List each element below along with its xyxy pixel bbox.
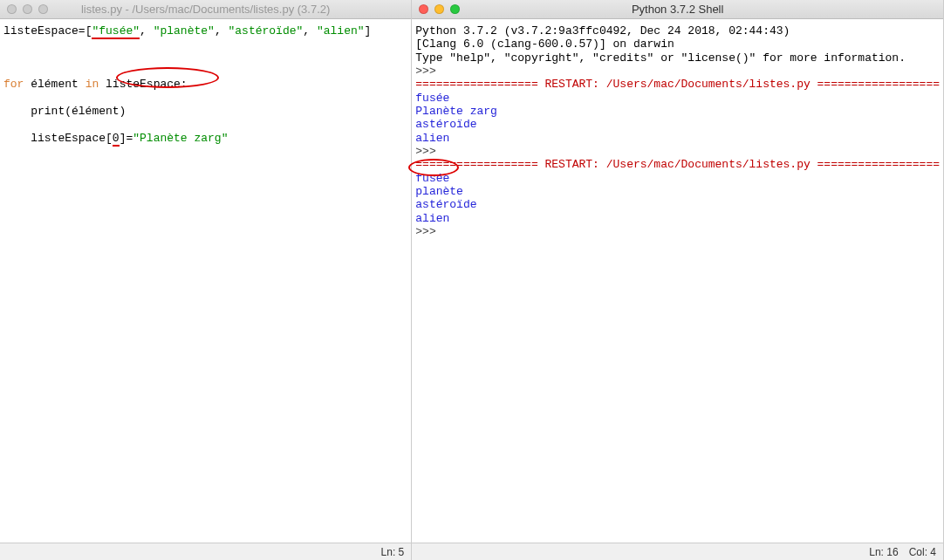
shell-title: Python 3.7.2 Shell [419, 3, 936, 16]
shell-output-line: alien [415, 212, 449, 225]
code-string: "Planète zarg" [133, 132, 228, 145]
code-token: , [140, 24, 154, 38]
shell-line: Type "help", "copyright", "credits" or "… [415, 51, 906, 65]
shell-output-line: fusée [415, 172, 449, 185]
shell-prompt: >>> [415, 145, 442, 158]
code-token: listeEspace[ [3, 132, 113, 145]
editor-title: listes.py - /Users/mac/Documents/listes.… [7, 3, 404, 16]
minimize-icon[interactable] [434, 4, 444, 14]
code-token: listeEspace [3, 24, 79, 38]
code-token: ] [365, 24, 372, 38]
shell-restart: ================== [811, 158, 940, 171]
code-token: élément [24, 78, 85, 91]
code-token: , [215, 24, 229, 38]
shell-output[interactable]: Python 3.7.2 (v3.7.2:9a3ffc0492, Dec 24 … [412, 19, 943, 543]
shell-line: Python 3.7.2 (v3.7.2:9a3ffc0492, Dec 24 … [415, 24, 790, 38]
shell-output-line: planète [415, 185, 463, 198]
ln-indicator: Ln: 5 [381, 546, 405, 558]
shell-restart: RESTART: /Users/mac/Documents/listes.py [545, 158, 811, 171]
code-keyword: for [3, 78, 24, 91]
shell-restart: ================== [415, 158, 544, 171]
code-string: "planète" [154, 24, 215, 38]
shell-prompt: >>> [415, 65, 442, 78]
editor-titlebar[interactable]: listes.py - /Users/mac/Documents/listes.… [0, 0, 411, 19]
code-token: =[ [79, 24, 92, 38]
editor-traffic-lights [7, 4, 48, 14]
code-token: , [303, 24, 317, 38]
zoom-icon[interactable] [450, 4, 460, 14]
minimize-icon[interactable] [23, 4, 32, 14]
shell-window: Python 3.7.2 Shell Python 3.7.2 (v3.7.2:… [412, 0, 944, 560]
shell-restart: RESTART: /Users/mac/Documents/listes.py [545, 78, 811, 91]
shell-statusbar: Ln: 16 Col: 4 [412, 543, 943, 560]
shell-traffic-lights [419, 4, 460, 14]
code-keyword: in [86, 78, 99, 91]
shell-output-line: astéroïde [415, 198, 476, 211]
code-token: ]= [120, 132, 133, 145]
zoom-icon[interactable] [38, 4, 48, 14]
code-token: 0 [113, 132, 120, 147]
code-editor[interactable]: listeEspace=["fusée", "planète", "astéro… [0, 19, 411, 543]
ln-indicator: Ln: 16 [869, 546, 898, 558]
shell-restart: ================== [811, 78, 940, 91]
shell-output-line: Planète zarg [415, 105, 497, 118]
close-icon[interactable] [7, 4, 17, 14]
code-string: "fusée" [92, 24, 140, 39]
code-string: "astéroïde" [228, 24, 303, 38]
editor-statusbar: Ln: 5 [0, 543, 411, 560]
col-indicator: Col: 4 [909, 546, 936, 558]
code-string: "alien" [317, 24, 365, 38]
shell-output-line: alien [415, 132, 449, 145]
code-line: print(élément) [3, 105, 407, 118]
code-token: listeEspace: [99, 78, 187, 91]
close-icon[interactable] [419, 4, 428, 14]
editor-window: listes.py - /Users/mac/Documents/listes.… [0, 0, 412, 560]
shell-line: [Clang 6.0 (clang-600.0.57)] on darwin [415, 38, 674, 51]
shell-restart: ================== [415, 78, 544, 91]
shell-titlebar[interactable]: Python 3.7.2 Shell [412, 0, 943, 19]
shell-output-line: fusée [415, 92, 449, 105]
shell-prompt: >>> [415, 225, 442, 238]
shell-output-line: astéroïde [415, 118, 476, 131]
